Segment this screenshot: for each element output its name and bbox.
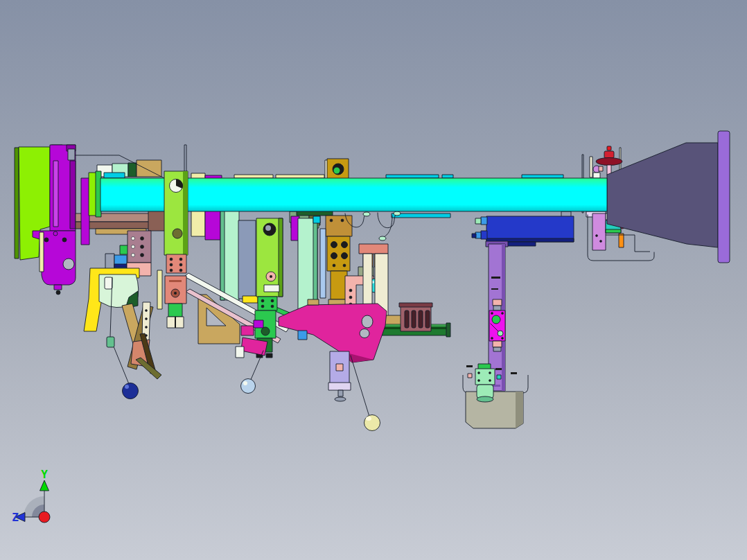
bracket-hole (362, 315, 373, 328)
valve-ball (492, 315, 500, 324)
lever-ball-steel[interactable] (241, 379, 256, 394)
bracket-hole (360, 329, 369, 338)
part-slot-basket[interactable] (399, 303, 432, 331)
bracket-hole (63, 259, 74, 270)
lever-ball-navy[interactable] (123, 383, 139, 399)
axis-z-label: Z (12, 511, 19, 524)
lever-ball-yellow[interactable] (364, 415, 380, 431)
part-cylinder-block[interactable] (472, 211, 574, 246)
origin-ball (39, 511, 50, 523)
axis-y-label: Y (41, 468, 48, 481)
cad-viewport[interactable]: Y Z (0, 0, 747, 560)
